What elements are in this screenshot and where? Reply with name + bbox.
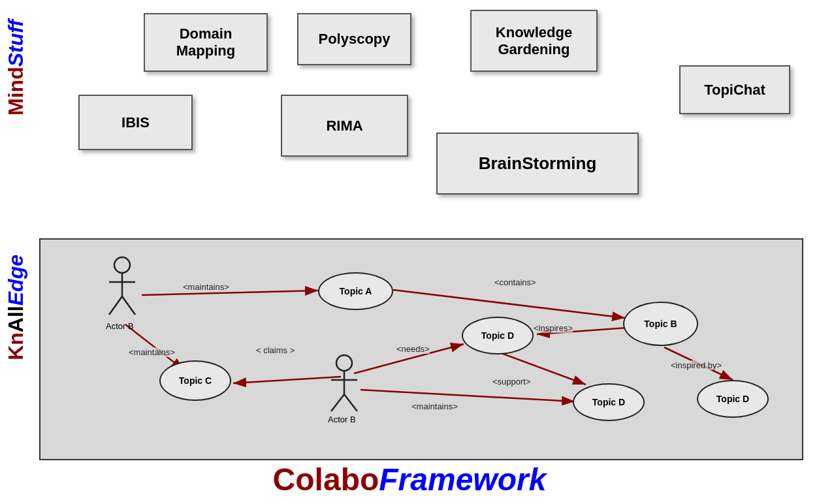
knalledge-label: KnAllEdge [5,255,26,360]
svg-line-7 [361,390,575,402]
svg-line-3 [393,290,625,318]
maintains-3-label: <maintains> [411,402,458,411]
claims-label: < claims > [256,345,295,355]
ibis-box: IBIS [78,95,193,150]
knowledge-gardening-box: KnowledgeGardening [470,10,598,72]
actor-b-top-label: Actor B [106,321,134,331]
kn-text: Kn [4,332,27,360]
actor-b-bot-label: Actor B [328,415,356,424]
domain-mapping-box: DomainMapping [144,13,268,72]
support-label: <support> [492,377,531,386]
polyscopy-box: Polyscopy [297,13,411,65]
contains-label: <contains> [494,277,536,287]
mindstuff-label: MindStuff [5,20,26,116]
footer-framework: Framework [379,462,546,497]
svg-line-14 [122,296,135,315]
inspires-label: <inspires> [534,323,573,333]
all-text: All [4,306,27,332]
topic-d-right-node: Topic D [697,380,769,418]
mind-text: Mind [4,67,27,116]
stuff-text: Stuff [4,20,27,67]
topichat-box: TopiChat [679,65,790,114]
needs-label: <needs> [396,344,430,354]
topic-a-node: Topic A [318,272,393,310]
topic-c-node: Topic C [159,360,231,401]
svg-point-10 [114,257,130,273]
svg-line-18 [331,394,344,411]
knalledge-diagram: Actor B Actor B Topic A Topic B Topic C … [39,238,803,460]
svg-line-1 [142,291,318,295]
brainstorming-box: BrainStorming [436,133,639,195]
topic-b-node: Topic B [623,302,698,346]
actor-b-bot-figure [325,354,364,418]
svg-point-15 [336,355,352,371]
maintains-1-label: <maintains> [183,282,229,292]
topic-d-bot-node: Topic D [573,383,645,421]
rima-box: RIMA [281,95,408,157]
inspired-by-label: <inspired by> [671,360,722,370]
svg-line-13 [109,296,122,315]
footer-colabo: Colabo [273,462,379,497]
edge-text: Edge [4,255,27,306]
svg-line-19 [344,394,357,411]
topic-d-top-node: Topic D [462,317,534,354]
actor-b-top-figure [103,256,142,324]
footer: ColaboFramework [0,462,819,497]
maintains-2-label: <maintains> [129,347,175,357]
